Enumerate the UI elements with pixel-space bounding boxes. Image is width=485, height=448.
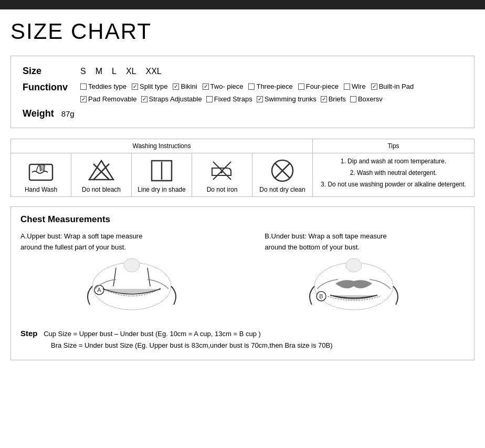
illustration-a: A — [74, 257, 189, 320]
function-line-2: Pad RemovableStraps AdjustableFixed Stra… — [80, 95, 462, 103]
washing-table: Washing Instructions Tips — [10, 139, 475, 197]
no-dry-clean-label: Do not dry clean — [259, 186, 305, 193]
chest-box: Chest Measurements A.Upper bust: Wrap a … — [10, 206, 475, 360]
svg-text:A: A — [97, 287, 101, 293]
function-row: Functionv Teddies typeSplit typeBikiniTw… — [23, 82, 462, 103]
chest-illustration: A — [20, 257, 465, 320]
function-item: Bikini — [173, 82, 197, 90]
svg-point-17 — [124, 258, 140, 272]
no-iron-icon — [208, 157, 236, 185]
hand-wash-cell: Hand Wash — [11, 153, 71, 197]
size-label: Size — [23, 66, 80, 77]
no-iron-cell: Do not iron — [192, 153, 252, 197]
chest-desc-a: A.Upper bust: Wrap a soft tape measure a… — [20, 231, 220, 253]
page-title: SIZE CHART — [10, 19, 475, 44]
top-bar — [0, 0, 485, 9]
function-item: Four-piece — [298, 82, 339, 90]
weight-row: Weight 87g — [23, 108, 462, 119]
no-bleach-label: Do not bleach — [82, 186, 121, 193]
function-line-1: Teddies typeSplit typeBikiniTwo- pieceTh… — [80, 82, 417, 90]
hand-wash-icon — [27, 157, 55, 185]
step-label: Step — [20, 327, 38, 340]
tip-2: 2. Wash with neutral detergent. — [315, 168, 472, 178]
function-item: Swimming trunks — [257, 95, 317, 103]
svg-line-14 — [147, 268, 150, 286]
tip-3: 3. Do not use washing powder or alkaline… — [315, 180, 472, 189]
function-first-row: Functionv Teddies typeSplit typeBikiniTw… — [23, 82, 462, 93]
size-m: M — [96, 67, 102, 76]
step-2-text: Bra Size = Under bust Size (Eg. Upper bu… — [51, 341, 333, 349]
no-iron-label: Do not iron — [207, 186, 238, 193]
function-label: Functionv — [23, 82, 80, 93]
tip-1: 1. Dip and wash at room temperature. — [315, 157, 472, 166]
size-chart-box: Size S M L XL XXL Functionv Teddies type… — [10, 56, 475, 128]
no-dry-clean-icon — [268, 157, 297, 185]
line-dry-icon — [147, 157, 176, 185]
chest-title: Chest Measurements — [20, 214, 465, 225]
function-item: Fixed Straps — [206, 95, 252, 103]
step-section: Step Cup Size = Upper bust – Under bust … — [20, 327, 465, 352]
line-dry-label: Line dry in shade — [138, 186, 185, 193]
no-bleach-cell: Do not bleach — [71, 153, 132, 197]
function-item: Briefs — [321, 95, 346, 103]
chest-desc-b-text: B.Under bust: Wrap a soft tape measure a… — [265, 232, 386, 251]
svg-line-13 — [113, 268, 116, 286]
svg-marker-1 — [89, 161, 113, 180]
function-item: Teddies type — [80, 82, 126, 90]
function-item: Straps Adjustable — [141, 95, 202, 103]
function-item: Two- piece — [203, 82, 244, 90]
hand-wash-label: Hand Wash — [25, 186, 57, 193]
step-1-text: Cup Size = Upper bust – Under bust (Eg. … — [44, 330, 261, 338]
size-xxl: XXL — [145, 67, 161, 76]
function-item: Built-in Pad — [371, 82, 414, 90]
tips-cell: 1. Dip and wash at room temperature. 2. … — [313, 153, 475, 197]
svg-point-21 — [346, 258, 362, 272]
line-dry-cell: Line dry in shade — [132, 153, 192, 197]
function-item: Wire — [344, 82, 366, 90]
washing-header: Washing Instructions — [11, 139, 313, 153]
size-values: S M L XL XXL — [80, 67, 162, 76]
illustration-b: B — [296, 257, 412, 320]
function-item: Three-piece — [248, 82, 292, 90]
function-item: Split type — [132, 82, 167, 90]
main-content: SIZE CHART Size S M L XL XXL Functionv T… — [0, 9, 485, 371]
no-dry-clean-cell: Do not dry clean — [252, 153, 313, 197]
function-item: Boxersv — [350, 95, 383, 103]
weight-label: Weight — [23, 108, 54, 119]
chest-desc-row: A.Upper bust: Wrap a soft tape measure a… — [20, 231, 465, 253]
chest-desc-b: B.Under bust: Wrap a soft tape measure a… — [265, 231, 465, 253]
function-item: Pad Removable — [80, 95, 137, 103]
no-bleach-icon — [87, 157, 115, 185]
size-row: Size S M L XL XXL — [23, 66, 462, 77]
size-xl: XL — [126, 67, 136, 76]
svg-text:B: B — [319, 293, 323, 299]
weight-value: 87g — [61, 109, 75, 118]
tips-header: Tips — [313, 139, 475, 153]
size-s: S — [80, 67, 86, 76]
size-l: L — [112, 67, 117, 76]
chest-desc-a-text: A.Upper bust: Wrap a soft tape measure a… — [20, 232, 142, 251]
